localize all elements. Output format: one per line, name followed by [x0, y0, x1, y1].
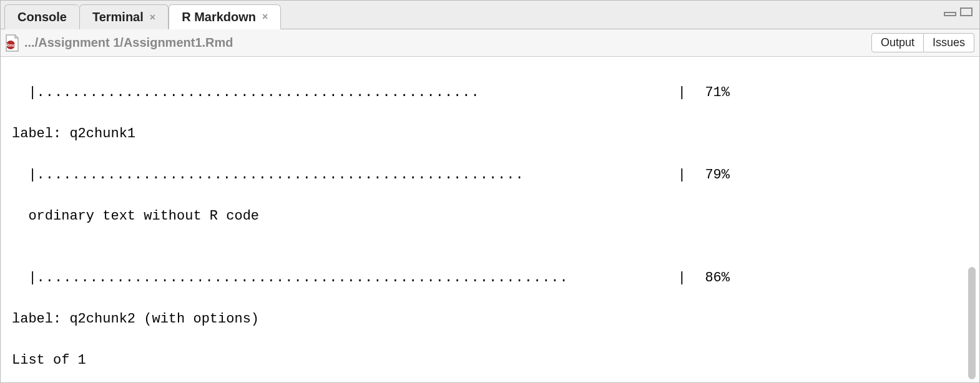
progress-end: | [661, 82, 686, 103]
tab-terminal-label: Terminal [92, 10, 144, 24]
progress-lead: | [12, 85, 37, 100]
svg-text:Rmd: Rmd [6, 43, 16, 47]
minimize-icon[interactable] [943, 7, 957, 17]
console-line: label: q2chunk2 (with options) [12, 309, 973, 329]
file-path: .../Assignment 1/Assignment1.Rmd [24, 36, 233, 50]
tab-console-label: Console [17, 10, 67, 24]
console-line: List of 1 [12, 350, 973, 371]
progress-dots: ........................................… [37, 85, 480, 100]
progress-row: |.......................................… [12, 268, 973, 288]
output-button[interactable]: Output [871, 33, 924, 52]
pathbar-buttons: Output Issues [871, 33, 974, 52]
scrollbar-track[interactable] [969, 57, 977, 382]
progress-pct: 71% [686, 82, 730, 103]
maximize-icon[interactable] [959, 7, 973, 17]
progress-row: |.......................................… [12, 82, 973, 103]
svg-rect-1 [961, 8, 972, 16]
svg-rect-0 [944, 12, 956, 16]
issues-button[interactable]: Issues [924, 33, 974, 52]
rmd-file-icon: Rmd [4, 34, 19, 52]
console-line: label: q2chunk1 [12, 124, 973, 144]
scrollbar-thumb[interactable] [968, 267, 976, 379]
close-icon[interactable]: × [150, 12, 155, 23]
tab-bar: Console Terminal × R Markdown × [1, 1, 979, 29]
progress-lead: | [12, 167, 37, 183]
progress-pct: 86% [686, 268, 730, 288]
progress-end: | [661, 268, 686, 288]
progress-dots: ........................................… [37, 167, 524, 183]
progress-row: |.......................................… [12, 165, 973, 185]
tab-rmarkdown[interactable]: R Markdown × [169, 4, 281, 29]
path-bar: Rmd .../Assignment 1/Assignment1.Rmd Out… [1, 29, 979, 57]
progress-dots: ........................................… [37, 270, 569, 286]
progress-lead: | [12, 270, 37, 286]
tab-rmarkdown-label: R Markdown [182, 10, 256, 24]
tab-console[interactable]: Console [4, 4, 79, 29]
console-line: ordinary text without R code [12, 206, 973, 226]
console-output: |.......................................… [1, 57, 979, 383]
close-icon[interactable]: × [262, 11, 268, 22]
progress-pct: 79% [686, 165, 730, 185]
progress-end: | [661, 165, 686, 185]
tab-terminal[interactable]: Terminal × [79, 4, 169, 29]
window-controls [943, 7, 973, 17]
